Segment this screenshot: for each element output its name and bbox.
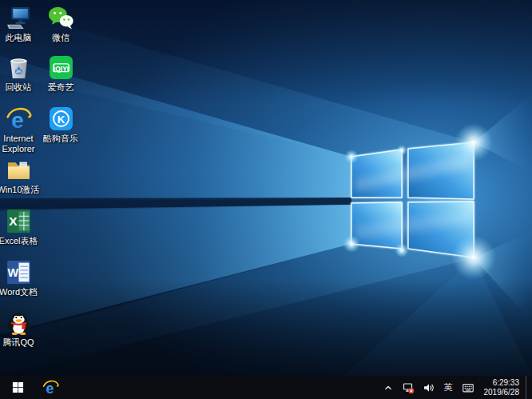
tray-volume[interactable]: [419, 376, 439, 399]
tray-clock[interactable]: 6:29:33 2019/6/28: [479, 378, 525, 397]
icon-label: 酷狗音乐: [43, 134, 78, 144]
tray-input-method[interactable]: [459, 376, 478, 399]
icon-label: Excel表格: [0, 236, 38, 246]
taskbar-internet-explorer-button[interactable]: e: [35, 376, 66, 399]
tray-network-status[interactable]: [399, 376, 418, 399]
icon-label: Win10激活: [0, 185, 40, 195]
icon-label: 腾讯QQ: [2, 337, 34, 348]
system-tray: 英 6:29:33 2019/6/28: [379, 376, 532, 399]
desktop-icon-kugou-music[interactable]: K 酷狗音乐: [38, 106, 83, 144]
desktop-wallpaper: 此电脑 微信 回收: [0, 0, 532, 376]
desktop-icon-internet-explorer[interactable]: e Internet Explorer: [0, 106, 41, 154]
taskbar: e 英: [0, 376, 532, 399]
icon-label: 此电脑: [6, 33, 32, 43]
desktop-icon-tencent-qq[interactable]: 腾讯QQ: [0, 309, 41, 348]
icon-label: 回收站: [6, 82, 32, 93]
iqiyi-icon: iQIYI: [48, 54, 74, 81]
svg-text:K: K: [57, 114, 65, 126]
recycle-bin-icon: [6, 54, 32, 81]
kugou-music-icon: K: [48, 106, 74, 132]
icon-label: Internet Explorer: [0, 134, 41, 154]
this-pc-icon: [6, 5, 32, 31]
svg-text:X: X: [9, 214, 18, 228]
windows-logo-icon: [12, 381, 24, 393]
tray-show-hidden-icons[interactable]: [379, 376, 397, 399]
start-button[interactable]: [0, 376, 35, 399]
chevron-up-icon: [383, 382, 394, 393]
desktop-icon-this-pc[interactable]: 此电脑: [0, 5, 41, 43]
keyboard-icon: [462, 381, 474, 394]
clock-date: 2019/6/28: [484, 388, 520, 397]
qq-penguin-icon: [6, 309, 32, 336]
taskbar-empty-area: [66, 376, 379, 399]
desktop-icon-recycle-bin[interactable]: 回收站: [0, 54, 41, 93]
show-desktop-button[interactable]: [526, 376, 530, 399]
svg-text:W: W: [7, 266, 18, 279]
speaker-icon: [423, 381, 435, 394]
folder-icon: [6, 157, 32, 183]
internet-explorer-icon: e: [6, 106, 32, 132]
wechat-icon: [48, 5, 74, 31]
desktop-icon-excel[interactable]: X Excel表格: [0, 208, 41, 246]
language-label: 英: [444, 381, 453, 393]
excel-icon: X: [6, 208, 32, 234]
icon-label: 微信: [52, 33, 69, 43]
icon-label: Word文档: [0, 287, 38, 297]
tray-language-indicator[interactable]: 英: [440, 376, 457, 399]
desktop-icon-wechat[interactable]: 微信: [38, 5, 83, 43]
desktop-icon-word[interactable]: W Word文档: [0, 259, 41, 297]
word-icon: W: [6, 259, 32, 285]
desktop-icon-iqiyi[interactable]: iQIYI 爱奇艺: [38, 54, 83, 93]
clock-time: 6:29:33: [484, 378, 520, 388]
desktop-icon-win10-activation[interactable]: Win10激活: [0, 157, 41, 195]
internet-explorer-icon: e: [42, 379, 59, 396]
icon-label: 爱奇艺: [48, 82, 74, 93]
network-disconnected-icon: [402, 381, 415, 394]
